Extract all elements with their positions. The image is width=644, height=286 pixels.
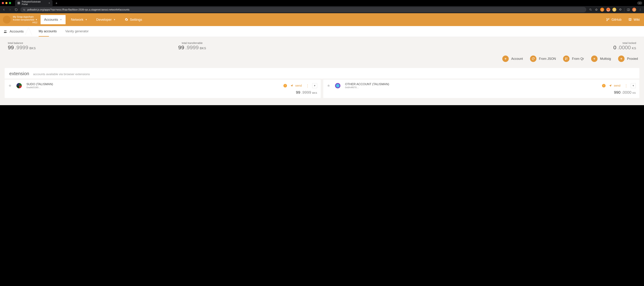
extension-icon-2[interactable]: 🦊 <box>606 8 610 11</box>
window-minimize-dot[interactable] <box>5 2 8 4</box>
paper-plane-icon <box>609 84 612 87</box>
add-account-label: Account <box>511 57 523 61</box>
svg-point-10 <box>4 30 6 31</box>
github-label: GitHub <box>612 18 622 21</box>
favorite-star-icon[interactable]: ★ <box>327 83 333 88</box>
from-qr-button[interactable]: From Qr <box>563 55 584 62</box>
svg-point-6 <box>640 10 640 11</box>
account-name: SUDO (TALISMAN) <box>26 82 281 86</box>
section-extension-header: extension accounts available via browser… <box>5 68 639 78</box>
breadcrumb-root[interactable]: Accounts <box>4 26 34 37</box>
summary-total-transferrable: total transferrable 99.9999 BKS <box>44 41 341 50</box>
svg-rect-12 <box>565 58 566 58</box>
more-menu-icon[interactable]: ⋮ <box>624 83 629 88</box>
nav-settings[interactable]: Settings <box>121 15 146 24</box>
account-balance: 990.0000 KS <box>327 89 636 95</box>
warning-icon[interactable]: ! <box>602 84 606 87</box>
tab-close-icon[interactable]: × <box>48 2 50 4</box>
wiki-link[interactable]: Wiki <box>628 18 640 21</box>
proxied-button[interactable]: Proxied <box>618 55 638 62</box>
summary-row: total balance 99.9999 BKS total transfer… <box>5 37 639 52</box>
account-address[interactable]: 0xa9d3160… <box>26 86 281 89</box>
address-bar[interactable]: polkadot.js.org/apps/?rpc=wss://fraa-fla… <box>20 7 586 12</box>
zoom-icon[interactable] <box>589 8 592 11</box>
url-text: polkadot.js.org/apps/?rpc=wss://fraa-fla… <box>27 8 130 11</box>
browser-tab-active[interactable]: Polkadot/Substrate Portal × <box>15 0 52 6</box>
chevron-down-icon: ▼ <box>36 18 37 21</box>
identicon[interactable] <box>335 83 340 88</box>
summary-locked-frac: .0000 <box>618 44 631 50</box>
svg-rect-16 <box>567 59 567 60</box>
chain-logo <box>3 16 11 23</box>
tab-vanity-generator[interactable]: Vanity generator <box>61 26 93 37</box>
favorite-star-icon[interactable]: ★ <box>8 83 14 88</box>
tab-title: Polkadot/Substrate Portal <box>22 0 47 5</box>
send-button[interactable]: send <box>608 84 622 87</box>
summary-total-balance: total balance 99.9999 BKS <box>6 41 44 50</box>
nav-back-icon[interactable] <box>2 8 6 11</box>
multisig-button[interactable]: Multisig <box>591 55 611 62</box>
expand-toggle[interactable]: ▾ <box>312 83 317 88</box>
new-tab-button[interactable]: ＋ <box>54 1 59 5</box>
extension-icon-1[interactable]: ◎ <box>600 8 604 11</box>
svg-rect-13 <box>566 58 567 58</box>
send-button[interactable]: send <box>289 84 303 87</box>
paper-plane-icon <box>290 84 294 87</box>
chain-block: #412 <box>13 21 37 24</box>
site-controls-icon[interactable] <box>23 8 26 11</box>
nav-developer[interactable]: Developer ▼ <box>92 15 119 24</box>
tab-my-accounts[interactable]: My accounts <box>34 26 61 37</box>
from-json-button[interactable]: From JSON <box>530 55 556 62</box>
svg-point-4 <box>640 8 640 9</box>
actions-row: Account From JSON From Qr Multisig Proxi… <box>5 52 639 68</box>
section-title: extension <box>9 71 29 76</box>
git-branch-icon <box>606 18 610 21</box>
window-zoom-dot[interactable] <box>9 2 11 4</box>
svg-point-2 <box>590 9 591 10</box>
summary-balance-frac: .9999 <box>15 44 28 50</box>
subnav: Accounts My accounts Vanity generator <box>0 26 644 37</box>
warning-icon[interactable]: ! <box>284 84 287 87</box>
send-label: send <box>295 84 302 87</box>
side-panel-icon[interactable] <box>626 8 630 11</box>
svg-rect-15 <box>566 59 567 59</box>
breadcrumb-label: Accounts <box>10 29 24 33</box>
account-name: OTHER ACCOUNT (TALISMAN) <box>345 82 600 86</box>
chain-selector[interactable]: My Snap Appchain frontier-template/500 ▼… <box>3 15 39 24</box>
more-menu-icon[interactable]: ⋮ <box>305 83 310 88</box>
svg-point-5 <box>640 9 640 10</box>
nav-reload-icon[interactable] <box>14 8 18 11</box>
account-balance: 99.9999 BKS <box>8 89 317 95</box>
nav-accounts[interactable]: Accounts ▼ <box>40 15 66 24</box>
wiki-label: Wiki <box>634 18 640 21</box>
svg-point-11 <box>6 30 6 31</box>
account-card: ★ SUDO (TALISMAN) 0xa9d3160… ! send ⋮ ▾ … <box>5 80 321 98</box>
window-close-dot[interactable] <box>2 2 4 4</box>
from-qr-label: From Qr <box>572 57 584 61</box>
browser-tab-strip: Polkadot/Substrate Portal × ＋ ▾ <box>0 0 644 6</box>
bookmark-star-icon[interactable] <box>594 8 598 11</box>
nav-network[interactable]: Network ▼ <box>67 15 91 24</box>
chevron-down-icon: ▼ <box>114 18 116 21</box>
plus-icon <box>618 55 624 62</box>
profile-avatar-icon[interactable]: ● <box>632 8 636 11</box>
browser-menu-icon[interactable] <box>638 8 642 11</box>
expand-toggle[interactable]: ▾ <box>631 83 636 88</box>
summary-transferrable-unit: BKS <box>200 47 206 50</box>
plus-icon <box>591 55 598 62</box>
extension-icon-3[interactable]: ◆ <box>612 8 616 11</box>
identicon[interactable] <box>16 83 22 88</box>
add-account-button[interactable]: Account <box>502 55 523 62</box>
svg-point-1 <box>24 10 25 10</box>
account-address[interactable]: 0x8A4f670… <box>345 86 600 89</box>
extensions-menu-icon[interactable] <box>618 8 622 11</box>
summary-locked-whole: 0 <box>614 44 616 50</box>
account-card: ★ OTHER ACCOUNT (TALISMAN) 0x8A4f670… ! … <box>323 80 639 98</box>
summary-balance-label: total balance <box>8 41 23 44</box>
nav-forward-icon[interactable] <box>8 8 12 11</box>
github-link[interactable]: GitHub <box>606 18 622 21</box>
app-header: My Snap Appchain frontier-template/500 ▼… <box>0 13 644 26</box>
tabs-dropdown-button[interactable]: ▾ <box>637 1 642 5</box>
multisig-label: Multisig <box>600 57 611 61</box>
nav-network-label: Network <box>71 18 84 21</box>
